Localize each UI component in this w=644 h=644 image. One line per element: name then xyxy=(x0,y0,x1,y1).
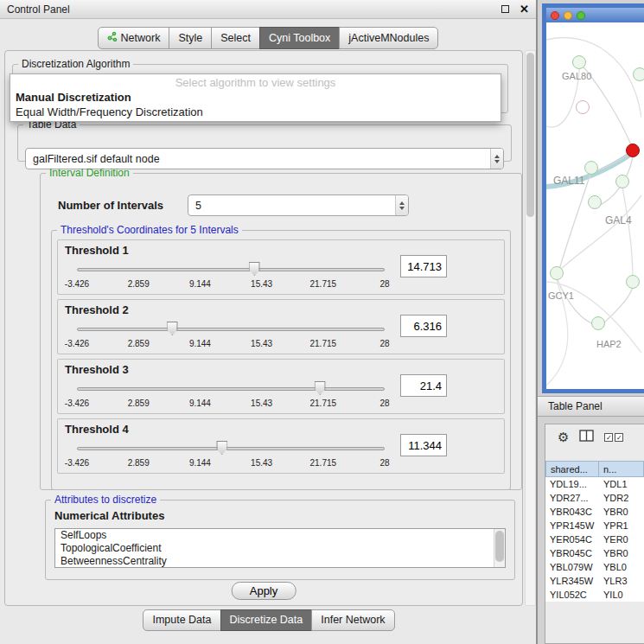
cell[interactable]: YDR2 xyxy=(599,491,644,505)
combo-stepper-icon[interactable] xyxy=(490,149,503,169)
tab-select[interactable]: Select xyxy=(211,27,260,49)
columns-icon[interactable] xyxy=(579,430,594,444)
slider-thumb[interactable] xyxy=(167,322,178,335)
cell[interactable]: YBR0 xyxy=(599,505,644,519)
list-item[interactable]: TopologicalCoefficient xyxy=(55,542,505,555)
table-row[interactable]: YDL19...YDL1 xyxy=(545,477,644,491)
network-node[interactable] xyxy=(588,195,602,209)
tab-network[interactable]: Network xyxy=(98,27,170,49)
slider-track[interactable] xyxy=(77,387,385,391)
network-node[interactable] xyxy=(576,100,590,114)
node-label-hap2: HAP2 xyxy=(596,339,622,349)
tab-style[interactable]: Style xyxy=(169,27,212,49)
threshold-1-slider[interactable] xyxy=(77,262,385,277)
tab-impute-data[interactable]: Impute Data xyxy=(143,609,220,631)
float-window-icon[interactable] xyxy=(501,5,509,13)
tick-label: 2.859 xyxy=(128,339,150,348)
cell[interactable]: YIL052C xyxy=(545,588,599,602)
network-node[interactable] xyxy=(584,161,598,175)
table-row[interactable]: YBR045CYBR0 xyxy=(545,546,644,560)
combo-stepper-icon[interactable] xyxy=(395,195,408,215)
cell[interactable]: YIL0 xyxy=(599,588,644,602)
cell[interactable]: YBL0 xyxy=(599,560,644,574)
slider-thumb[interactable] xyxy=(216,441,227,455)
selected-network-node[interactable] xyxy=(626,143,640,157)
panel-scrollbar[interactable] xyxy=(525,50,536,606)
node-label-gcy1: GCY1 xyxy=(548,290,574,301)
table-row[interactable]: YDR27...YDR2 xyxy=(545,491,644,505)
gear-icon[interactable]: ⚙ xyxy=(558,430,569,443)
apply-button[interactable]: Apply xyxy=(232,582,296,600)
slider-thumb[interactable] xyxy=(249,262,260,276)
network-node[interactable] xyxy=(550,266,564,280)
close-traffic-light-icon[interactable] xyxy=(551,11,559,20)
checkbox-icon[interactable]: ✓ xyxy=(615,433,623,442)
cell[interactable]: YPR1 xyxy=(599,519,644,532)
network-node[interactable] xyxy=(572,55,586,69)
threshold-4-value-field[interactable] xyxy=(400,434,447,456)
threshold-2-slider[interactable] xyxy=(77,322,385,336)
cell[interactable]: YER054C xyxy=(545,532,599,546)
column-header-shared-name[interactable]: shared... xyxy=(545,461,599,477)
number-of-intervals-label: Number of Intervals xyxy=(58,199,163,212)
cell[interactable]: YDR27... xyxy=(545,491,599,505)
list-scrollbar[interactable] xyxy=(494,529,505,567)
threshold-3-value-field[interactable] xyxy=(400,374,447,397)
list-item[interactable]: BetweennessCentrality xyxy=(55,555,505,568)
cell[interactable]: YBR0 xyxy=(599,546,644,560)
network-node[interactable] xyxy=(591,316,605,330)
tick-label: 9.144 xyxy=(189,279,211,289)
network-canvas[interactable]: GAL80 GAL11 GAL4 GCY1 HAP2 xyxy=(546,22,644,389)
tab-discretize-data[interactable]: Discretize Data xyxy=(220,609,313,631)
threshold-2-value-field[interactable] xyxy=(400,315,447,337)
tab-infer-network[interactable]: Infer Network xyxy=(311,609,394,631)
minimize-traffic-light-icon[interactable] xyxy=(564,11,572,20)
dropdown-option-manual-discretization[interactable]: Manual Discretization xyxy=(10,90,501,105)
select-columns-checkboxes[interactable]: ✓ ✓ xyxy=(604,433,623,442)
tab-cyni-toolbox[interactable]: Cyni Toolbox xyxy=(259,27,340,49)
slider-track[interactable] xyxy=(77,447,385,450)
tick-label: -3.426 xyxy=(65,458,89,468)
threshold-4-slider[interactable] xyxy=(77,441,385,456)
cell[interactable]: YDL19... xyxy=(545,477,599,491)
close-icon[interactable]: ✕ xyxy=(520,3,529,15)
tick-label: -3.426 xyxy=(65,339,89,348)
table-row[interactable]: YIL052CYIL0 xyxy=(545,588,644,602)
zoom-traffic-light-icon[interactable] xyxy=(577,11,585,20)
network-node[interactable] xyxy=(626,275,640,289)
number-of-intervals-combobox[interactable]: 5 xyxy=(188,194,409,216)
tick-label: 2.859 xyxy=(128,458,150,468)
cell[interactable]: YBR045C xyxy=(545,546,599,560)
slider-track[interactable] xyxy=(77,268,385,271)
network-node[interactable] xyxy=(633,67,644,81)
checkbox-icon[interactable]: ✓ xyxy=(604,433,613,442)
table-row[interactable]: YBR043CYBR0 xyxy=(545,505,644,519)
cell[interactable]: YPR145W xyxy=(545,519,599,532)
cell[interactable]: YER0 xyxy=(599,532,644,546)
table-row[interactable]: YPR145WYPR1 xyxy=(545,519,644,532)
cell[interactable]: YBR043C xyxy=(545,505,599,519)
dropdown-option-equal-width-frequency[interactable]: Equal Width/Frequency Discretization xyxy=(10,105,501,119)
interval-definition-group: Interval Definition Number of Intervals … xyxy=(40,167,522,490)
table-row[interactable]: YER054CYER0 xyxy=(545,532,644,546)
slider-thumb[interactable] xyxy=(315,381,326,395)
control-panel-window: Control Panel ✕ Network Style Select xyxy=(0,0,538,644)
network-window-titlebar xyxy=(546,8,644,22)
cell[interactable]: YBL079W xyxy=(545,560,599,574)
cell[interactable]: YLR345W xyxy=(545,574,599,588)
cell[interactable]: YDL1 xyxy=(599,477,644,491)
tick-label: 2.859 xyxy=(128,399,150,408)
tick-label: 28 xyxy=(379,399,389,408)
table-row[interactable]: YBL079WYBL0 xyxy=(545,560,644,574)
network-node[interactable] xyxy=(615,175,629,188)
threshold-2-panel: Threshold 2 -3.426 2.859 9.144 15.43 21.… xyxy=(57,299,505,354)
table-row[interactable]: YLR345WYLR3 xyxy=(545,574,644,588)
column-header-name[interactable]: n... xyxy=(599,461,644,477)
cell[interactable]: YLR3 xyxy=(599,574,644,588)
threshold-3-slider[interactable] xyxy=(77,381,385,396)
slider-track[interactable] xyxy=(77,328,385,331)
numerical-attributes-list[interactable]: SelfLoops TopologicalCoefficient Between… xyxy=(54,528,506,568)
tab-jactivemnodules[interactable]: jActiveMNodules xyxy=(339,27,438,49)
threshold-1-value-field[interactable] xyxy=(400,255,447,277)
list-item[interactable]: SelfLoops xyxy=(55,529,505,542)
